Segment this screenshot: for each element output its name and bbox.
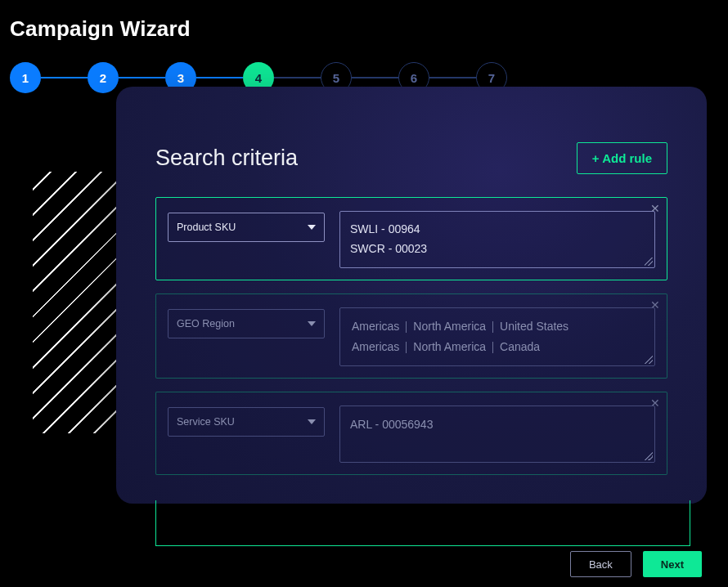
rule-value-line: SWCR - 00023 xyxy=(350,240,645,259)
geo-separator xyxy=(406,321,407,333)
chevron-down-icon xyxy=(308,419,316,424)
step-2[interactable]: 2 xyxy=(88,62,119,93)
geo-separator xyxy=(492,321,493,333)
rules-border-extension xyxy=(155,500,690,546)
geo-row: AmericasNorth AmericaUnited States xyxy=(350,316,645,337)
step-connector xyxy=(429,77,476,78)
step-connector xyxy=(119,77,165,78)
rules-container: ✕Product SKUSWLI - 00964SWCR - 00023✕GEO… xyxy=(155,197,667,475)
chevron-down-icon xyxy=(308,321,316,326)
next-button[interactable]: Next xyxy=(643,551,702,577)
rule-field-select[interactable]: Product SKU xyxy=(168,213,325,242)
step-connector xyxy=(352,77,398,78)
geo-segment: North America xyxy=(411,316,488,337)
resize-handle-icon[interactable] xyxy=(645,258,653,266)
chevron-down-icon xyxy=(308,225,316,230)
page-title: Campaign Wizard xyxy=(10,16,191,42)
rule-value-line: SWLI - 00964 xyxy=(350,220,645,240)
rule-value-line: ARL - 00056943 xyxy=(350,414,645,435)
resize-handle-icon[interactable] xyxy=(645,356,653,364)
geo-separator xyxy=(406,342,407,353)
step-1[interactable]: 1 xyxy=(10,62,41,93)
rule-box: ✕Product SKUSWLI - 00964SWCR - 00023 xyxy=(155,197,667,280)
rule-field-select[interactable]: Service SKU xyxy=(168,407,325,437)
geo-segment: North America xyxy=(411,337,488,357)
geo-segment: United States xyxy=(498,316,570,337)
rule-box: ✕Service SKUARL - 00056943 xyxy=(155,392,667,475)
rule-field-select[interactable]: GEO Region xyxy=(168,309,325,338)
rule-value-textarea[interactable]: SWLI - 00964SWCR - 00023 xyxy=(339,211,655,268)
back-button[interactable]: Back xyxy=(570,551,631,577)
panel-search-criteria: Search criteria + Add rule ✕Product SKUS… xyxy=(116,87,707,504)
step-connector xyxy=(196,77,243,78)
rule-field-label: Service SKU xyxy=(177,416,235,428)
rule-value-textarea[interactable]: ARL - 00056943 xyxy=(339,406,655,463)
geo-segment: Canada xyxy=(498,337,542,357)
section-title: Search criteria xyxy=(155,146,298,171)
rule-box: ✕GEO RegionAmericasNorth AmericaUnited S… xyxy=(155,294,667,379)
step-connector xyxy=(41,77,88,78)
rule-value-textarea[interactable]: AmericasNorth AmericaUnited StatesAmeric… xyxy=(339,307,655,366)
section-header: Search criteria + Add rule xyxy=(155,142,667,174)
step-connector xyxy=(274,77,321,78)
rule-field-label: GEO Region xyxy=(177,318,235,329)
rule-field-label: Product SKU xyxy=(177,222,236,233)
geo-separator xyxy=(492,342,493,353)
geo-segment: Americas xyxy=(350,316,401,337)
add-rule-button[interactable]: + Add rule xyxy=(577,142,667,174)
geo-row: AmericasNorth AmericaCanada xyxy=(350,337,645,357)
wizard-actions: Back Next xyxy=(570,551,702,577)
geo-segment: Americas xyxy=(350,337,401,357)
resize-handle-icon[interactable] xyxy=(645,452,653,460)
